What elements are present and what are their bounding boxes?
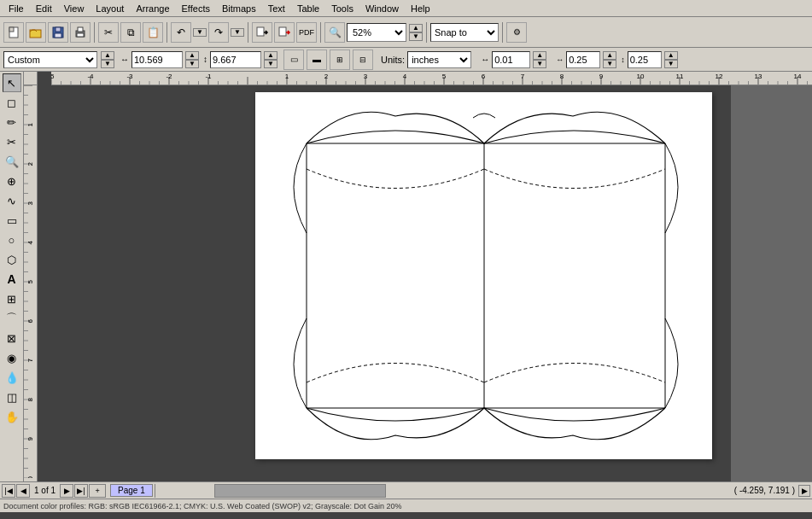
menu-bitmaps[interactable]: Bitmaps bbox=[217, 2, 261, 15]
menu-layout[interactable]: Layout bbox=[91, 2, 129, 15]
svg-rect-8 bbox=[77, 33, 84, 37]
menu-help[interactable]: Help bbox=[406, 2, 435, 15]
redo-dropdown[interactable]: ▼ bbox=[231, 28, 244, 37]
redo-btn[interactable]: ↷ bbox=[208, 22, 229, 43]
cut-btn[interactable]: ✂ bbox=[98, 22, 119, 43]
page-white bbox=[255, 92, 712, 459]
offset-x-input[interactable] bbox=[566, 51, 600, 68]
offset-y-input[interactable] bbox=[628, 51, 662, 68]
gray-right-margin bbox=[731, 85, 812, 481]
toolbox: ↖ ◻ ✏ ✂ 🔍 ⊕ ∿ ▭ ○ ⬡ A ⊞ ⌒ ⊠ ◉ 💧 ◫ ✋ bbox=[0, 72, 24, 481]
undo-btn[interactable]: ↶ bbox=[171, 22, 191, 43]
menu-view[interactable]: View bbox=[59, 2, 90, 15]
info-bar: Document color profiles: RGB: sRGB IEC61… bbox=[0, 499, 812, 512]
hscroll-thumb[interactable] bbox=[214, 484, 386, 498]
page-props-btn[interactable]: ⊞ bbox=[330, 50, 350, 70]
rectangle-tool[interactable]: ▭ bbox=[3, 211, 21, 230]
offset-x-up[interactable]: ▲ bbox=[603, 51, 616, 60]
curve-tool[interactable]: ∿ bbox=[3, 191, 21, 210]
eyedropper-tool[interactable]: 💧 bbox=[3, 368, 21, 387]
horizontal-ruler bbox=[51, 72, 812, 85]
freehand-tool[interactable]: ✏ bbox=[3, 113, 21, 131]
first-page-btn[interactable]: |◀ bbox=[2, 484, 15, 498]
page-width-input[interactable] bbox=[131, 51, 183, 68]
svg-rect-2 bbox=[30, 30, 41, 38]
page-size-down[interactable]: ▼ bbox=[101, 60, 114, 68]
canvas-area bbox=[24, 72, 812, 481]
snap-select[interactable]: Snap to bbox=[430, 23, 499, 42]
ruler-v-canvas bbox=[24, 85, 38, 478]
zoom-tool[interactable]: 🔍 bbox=[3, 152, 21, 171]
nudge-up[interactable]: ▲ bbox=[533, 51, 546, 60]
shape-tool[interactable]: ◻ bbox=[3, 93, 21, 112]
canvas-scroll[interactable] bbox=[38, 85, 812, 481]
blend-tool[interactable]: ⊠ bbox=[3, 329, 21, 347]
units-select[interactable]: inches mm cm pixels bbox=[407, 51, 471, 68]
menu-edit[interactable]: Edit bbox=[31, 2, 57, 15]
import-btn[interactable] bbox=[252, 22, 272, 43]
offset-label: ↔ bbox=[556, 55, 564, 64]
menu-table[interactable]: Table bbox=[292, 2, 324, 15]
text-tool[interactable]: A bbox=[3, 270, 21, 289]
expand-btn[interactable]: ▶ bbox=[798, 485, 810, 497]
zoom-tools-btn[interactable]: 🔍 bbox=[324, 22, 345, 43]
smart-draw-tool[interactable]: ⊕ bbox=[3, 172, 21, 190]
save-btn[interactable] bbox=[48, 22, 68, 43]
page-height-input[interactable] bbox=[210, 51, 261, 68]
ruler-corner bbox=[24, 72, 38, 85]
open-btn[interactable] bbox=[26, 22, 46, 43]
prev-page-btn[interactable]: ◀ bbox=[16, 484, 30, 498]
page-border-btn[interactable]: ⊟ bbox=[353, 50, 373, 70]
menu-effects[interactable]: Effects bbox=[177, 2, 215, 15]
export-btn[interactable] bbox=[274, 22, 295, 43]
sep4 bbox=[320, 22, 321, 43]
width-down[interactable]: ▼ bbox=[185, 60, 199, 68]
publish-btn[interactable]: PDF bbox=[296, 22, 317, 43]
menu-arrange[interactable]: Arrange bbox=[131, 2, 174, 15]
portrait-btn[interactable]: ▭ bbox=[283, 50, 304, 70]
menu-file[interactable]: File bbox=[3, 2, 29, 15]
select-tool[interactable]: ↖ bbox=[3, 73, 21, 92]
hscrollbar[interactable] bbox=[157, 484, 729, 498]
menu-window[interactable]: Window bbox=[360, 2, 404, 15]
drawing-svg bbox=[255, 92, 712, 459]
add-page-btn[interactable]: + bbox=[89, 484, 106, 498]
height-up[interactable]: ▲ bbox=[264, 51, 277, 60]
width-icon: ↔ bbox=[120, 55, 129, 64]
zoom-select[interactable]: 52% 100% 75% 50% 25% bbox=[347, 23, 406, 42]
zoom-up[interactable]: ▲ bbox=[409, 24, 423, 32]
menu-tools[interactable]: Tools bbox=[326, 2, 359, 15]
polygon-tool[interactable]: ⬡ bbox=[3, 250, 21, 269]
nudge-down[interactable]: ▼ bbox=[533, 60, 546, 68]
ellipse-tool[interactable]: ○ bbox=[3, 230, 21, 249]
height-down[interactable]: ▼ bbox=[264, 60, 277, 68]
offset-x-down[interactable]: ▼ bbox=[603, 60, 616, 68]
options-btn[interactable]: ⚙ bbox=[506, 22, 527, 43]
new-btn[interactable] bbox=[3, 22, 24, 43]
connector-tool[interactable]: ⌒ bbox=[3, 309, 21, 328]
sep3 bbox=[248, 22, 248, 43]
width-up[interactable]: ▲ bbox=[185, 51, 199, 60]
crop-tool[interactable]: ✂ bbox=[3, 132, 21, 151]
nudge-input[interactable] bbox=[492, 51, 530, 68]
last-page-btn[interactable]: ▶| bbox=[74, 484, 88, 498]
fill-tool[interactable]: ◉ bbox=[3, 348, 21, 367]
offset-y-up[interactable]: ▲ bbox=[664, 51, 678, 60]
hand-tool[interactable]: ✋ bbox=[3, 407, 21, 426]
menu-text[interactable]: Text bbox=[263, 2, 290, 15]
svg-rect-9 bbox=[257, 27, 264, 36]
copy-btn[interactable]: ⧉ bbox=[120, 22, 141, 43]
table-tool[interactable]: ⊞ bbox=[3, 289, 21, 308]
next-page-btn[interactable]: ▶ bbox=[60, 484, 73, 498]
print-btn[interactable] bbox=[70, 22, 91, 43]
sep2 bbox=[166, 22, 167, 43]
offset-y-down[interactable]: ▼ bbox=[664, 60, 678, 68]
outline-tool[interactable]: ◫ bbox=[3, 388, 21, 406]
undo-dropdown[interactable]: ▼ bbox=[193, 28, 207, 37]
landscape-btn[interactable]: ▬ bbox=[307, 50, 327, 70]
page-size-up[interactable]: ▲ bbox=[101, 51, 114, 60]
page-tab[interactable]: Page 1 bbox=[110, 484, 153, 497]
page-size-select[interactable]: Custom bbox=[3, 51, 97, 68]
paste-btn[interactable]: 📋 bbox=[143, 22, 163, 43]
zoom-down[interactable]: ▼ bbox=[409, 32, 423, 41]
